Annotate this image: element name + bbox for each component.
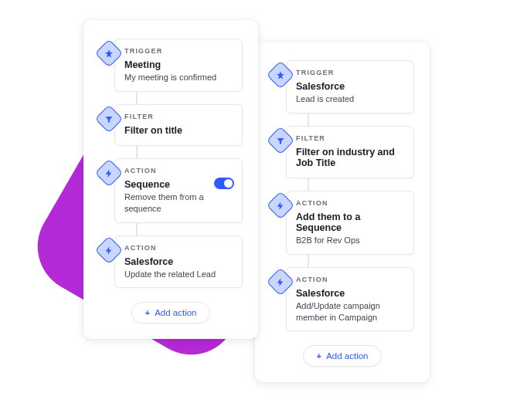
step-kind-label: FILTER [296, 134, 404, 142]
step-subtitle: My meeting is confirmed [124, 72, 233, 83]
step-title: Salesforce [296, 288, 404, 299]
action-step[interactable]: ACTION Salesforce Update the related Lea… [99, 235, 243, 289]
step-title: Add them to a Sequence [296, 212, 404, 233]
step-title: Salesforce [124, 256, 233, 267]
action-step[interactable]: ACTION Sequence Remove them from a seque… [99, 158, 243, 223]
step-subtitle: Remove them from a sequence [124, 191, 233, 215]
action-step[interactable]: ACTION Salesforce Add/Update campaign me… [270, 267, 414, 332]
connector [136, 223, 138, 235]
connector [308, 255, 309, 267]
step-kind-label: TRIGGER [124, 47, 233, 55]
connector [308, 178, 309, 191]
trigger-step[interactable]: TRIGGER Meeting My meeting is confirmed [99, 39, 243, 92]
step-subtitle: Lead is created [296, 93, 404, 105]
step-title: Meeting [124, 59, 233, 70]
action-step[interactable]: ACTION Add them to a Sequence B2B for Re… [270, 191, 414, 255]
workflow-panel-left: TRIGGER Meeting My meeting is confirmed … [83, 20, 258, 339]
trigger-step[interactable]: TRIGGER Salesforce Lead is created [270, 60, 414, 113]
connector [308, 113, 309, 126]
step-subtitle: Add/Update campaign member in Campaign [296, 300, 404, 323]
workflow-panel-right: TRIGGER Salesforce Lead is created FILTE… [255, 42, 430, 382]
add-action-label: Add action [326, 351, 368, 361]
step-subtitle: Update the related Lead [124, 269, 233, 280]
step-subtitle: B2B for Rev Ops [296, 235, 404, 246]
step-kind-label: FILTER [124, 113, 233, 120]
plus-icon: + [144, 308, 150, 317]
add-action-button[interactable]: + Add action [131, 302, 209, 323]
connector [136, 92, 138, 104]
step-title: Filter on title [124, 125, 233, 136]
step-kind-label: TRIGGER [296, 69, 404, 76]
step-kind-label: ACTION [296, 199, 404, 207]
add-action-label: Add action [155, 308, 196, 317]
step-kind-label: ACTION [296, 276, 404, 283]
add-action-button[interactable]: + Add action [303, 345, 381, 367]
sequence-enabled-toggle[interactable] [214, 178, 234, 189]
step-title: Filter on industry and Job Title [296, 147, 404, 168]
step-kind-label: ACTION [124, 167, 233, 174]
filter-step[interactable]: FILTER Filter on industry and Job Title [270, 126, 414, 178]
add-action-container: + Add action [270, 345, 414, 367]
step-kind-label: ACTION [124, 244, 233, 252]
plus-icon: + [316, 351, 321, 361]
add-action-container: + Add action [99, 302, 243, 323]
step-title: Salesforce [296, 81, 404, 92]
connector [136, 146, 138, 158]
filter-step[interactable]: FILTER Filter on title [99, 104, 243, 146]
